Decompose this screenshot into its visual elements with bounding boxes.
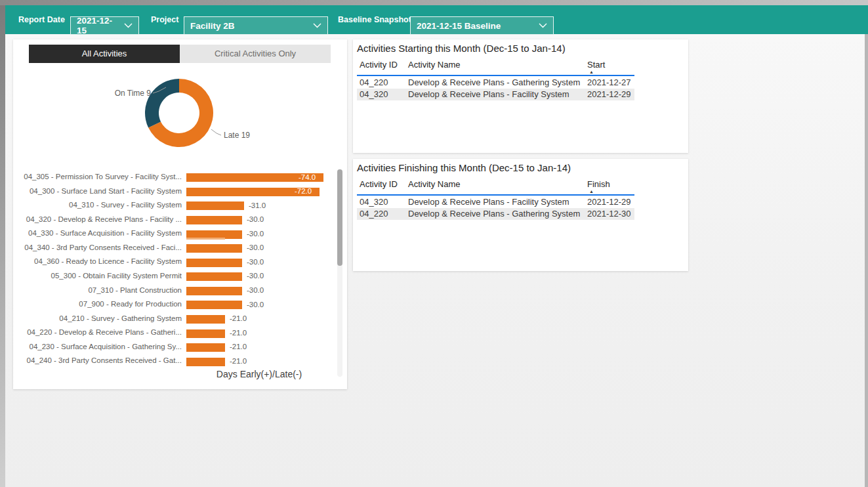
table-cell: 2021-12-30: [587, 208, 640, 220]
table-cell: Develop & Receive Plans - Facility Syste…: [408, 89, 587, 100]
report-date-value: 2021-12-15: [77, 16, 119, 35]
bar-value-label: -21.0: [230, 314, 247, 322]
bar-chart-scrollbar-track[interactable]: [337, 169, 342, 377]
bar[interactable]: [186, 201, 244, 210]
table-title: Activities Starting this Month (Dec-15 t…: [357, 43, 566, 54]
window-edge-right: [865, 34, 868, 487]
bar-row: 07_310 - Plant Construction-30.0: [13, 284, 347, 299]
chevron-down-icon: [539, 23, 547, 28]
bar[interactable]: [186, 343, 225, 352]
bar[interactable]: [186, 329, 225, 338]
project-value: Facility 2B: [190, 21, 235, 31]
bar-value-label: -30.0: [247, 286, 264, 294]
column-header-activity-id[interactable]: Activity ID: [360, 179, 398, 189]
bar-clipped-next-row: [186, 238, 225, 240]
bar-value-label: -21.0: [230, 357, 247, 365]
bar[interactable]: [186, 216, 242, 224]
bar-value-label: -72.0: [295, 187, 312, 195]
table-row[interactable]: 04_320Develop & Receive Plans - Facility…: [357, 89, 634, 100]
bar-row: 04_210 - Survey - Gathering System-21.0: [13, 312, 347, 327]
bar-value-label: -21.0: [230, 343, 247, 350]
activities-visual-panel: All Activities Critical Activities Only …: [13, 39, 347, 389]
activities-finishing-table-panel: Activities Finishing this Month (Dec-15 …: [353, 159, 688, 271]
bar-row: 04_305 - Permission To Survey - Facility…: [13, 171, 347, 185]
activities-starting-table-panel: Activities Starting this Month (Dec-15 t…: [353, 39, 688, 153]
bar-category-label: 04_340 - 3rd Party Consents Received - F…: [13, 243, 182, 251]
bar-value-label: -30.0: [247, 215, 264, 223]
column-header-activity-name[interactable]: Activity Name: [408, 60, 460, 70]
bar-category-label: 04_230 - Surface Acquisition - Gathering…: [13, 343, 182, 350]
bar-category-label: 04_300 - Surface Land Start - Facility S…: [13, 187, 182, 195]
report-date-dropdown[interactable]: 2021-12-15: [70, 16, 139, 35]
column-header-finish[interactable]: Finish: [587, 179, 610, 189]
bar-category-label: 04_330 - Surface Acquisition - Facility …: [13, 229, 182, 237]
bar-row: 05_300 - Obtain Facility System Permit-3…: [13, 270, 347, 284]
window-edge-top: [0, 0, 868, 5]
sort-ascending-icon: ▲: [589, 189, 594, 194]
table-cell: 2021-12-29: [587, 196, 640, 208]
bar-value-label: -30.0: [247, 230, 264, 238]
bar-chart-scrollbar-thumb[interactable]: [337, 169, 342, 266]
window-edge-left: [0, 5, 5, 487]
bar[interactable]: [186, 301, 242, 309]
bar-category-label: 04_310 - Survey - Facility System: [13, 201, 182, 209]
chevron-down-icon: [313, 23, 321, 28]
column-header-activity-name[interactable]: Activity Name: [408, 179, 460, 189]
bar-row: 04_220 - Develop & Receive Plans - Gathe…: [13, 326, 347, 341]
table-title: Activities Finishing this Month (Dec-15 …: [357, 162, 571, 173]
bar[interactable]: [186, 358, 225, 366]
bar-category-label: 04_220 - Develop & Receive Plans - Gathe…: [13, 328, 182, 336]
table-cell: 2021-12-27: [587, 77, 640, 89]
donut-label-late: Late 19: [224, 131, 250, 140]
bar-category-label: 04_320 - Develop & Receive Plans - Facil…: [13, 215, 182, 223]
bar-value-label: -30.0: [247, 272, 264, 280]
bar-row: 04_310 - Survey - Facility System-31.0: [13, 199, 347, 213]
table-cell: 2021-12-29: [587, 89, 640, 100]
bar-value-label: -21.0: [230, 329, 247, 337]
tab-all-activities[interactable]: All Activities: [29, 45, 180, 63]
bar-category-label: 07_310 - Plant Construction: [13, 286, 182, 294]
table-row[interactable]: 04_220Develop & Receive Plans - Gatherin…: [357, 208, 634, 220]
table-cell: 04_220: [360, 77, 407, 89]
bar-category-label: 05_300 - Obtain Facility System Permit: [13, 272, 182, 280]
project-label: Project: [151, 5, 178, 34]
bar-row: 04_320 - Develop & Receive Plans - Facil…: [13, 213, 347, 228]
report-date-label: Report Date: [18, 5, 65, 34]
bar[interactable]: [186, 244, 242, 253]
tab-critical-activities-only[interactable]: Critical Activities Only: [180, 45, 331, 63]
table-cell: 04_320: [360, 196, 407, 208]
donut-segment-on-time[interactable]: [145, 79, 179, 128]
bar-category-label: 04_360 - Ready to Licence - Facility Sys…: [13, 257, 182, 265]
sort-ascending-icon: ▲: [589, 70, 594, 74]
table-row[interactable]: 04_220Develop & Receive Plans - Gatherin…: [357, 77, 634, 89]
bar-row: 04_300 - Surface Land Start - Facility S…: [13, 185, 347, 200]
activity-filter-tabs: All Activities Critical Activities Only: [29, 45, 331, 63]
table-header-rule: [357, 75, 634, 76]
bar-row: 04_330 - Surface Acquisition - Facility …: [13, 227, 347, 242]
baseline-snapshot-label: Baseline Snapshot: [338, 5, 411, 34]
chevron-down-icon: [124, 23, 133, 28]
baseline-snapshot-value: 2021-12-15 Baseline: [417, 21, 501, 31]
bar-row: 04_230 - Surface Acquisition - Gathering…: [13, 341, 347, 355]
table-cell: Develop & Receive Plans - Gathering Syst…: [408, 208, 587, 220]
table-header-rule: [357, 194, 634, 196]
bar[interactable]: [186, 287, 242, 295]
bar[interactable]: [186, 259, 242, 267]
project-dropdown[interactable]: Facility 2B: [184, 16, 328, 35]
column-header-start[interactable]: Start: [587, 60, 605, 70]
bar-value-label: -74.0: [299, 173, 316, 181]
column-header-activity-id[interactable]: Activity ID: [360, 60, 398, 70]
table-cell: 04_220: [360, 208, 407, 220]
baseline-snapshot-dropdown[interactable]: 2021-12-15 Baseline: [410, 16, 554, 35]
bar-value-label: -31.0: [249, 201, 266, 209]
bar[interactable]: [186, 315, 225, 324]
bar-category-label: 04_240 - 3rd Party Consents Received - G…: [13, 356, 182, 364]
bar-value-label: -30.0: [247, 258, 264, 266]
bar-category-label: 07_900 - Ready for Production: [13, 300, 182, 308]
table-row[interactable]: 04_320Develop & Receive Plans - Facility…: [357, 196, 634, 208]
bar-row: 07_900 - Ready for Production-30.0: [13, 298, 347, 312]
filter-bar: Report Date 2021-12-15 Project Facility …: [5, 5, 868, 34]
bar[interactable]: [186, 272, 242, 281]
table-cell: Develop & Receive Plans - Gathering Syst…: [408, 77, 587, 89]
donut-callout-line-late: [211, 129, 221, 135]
